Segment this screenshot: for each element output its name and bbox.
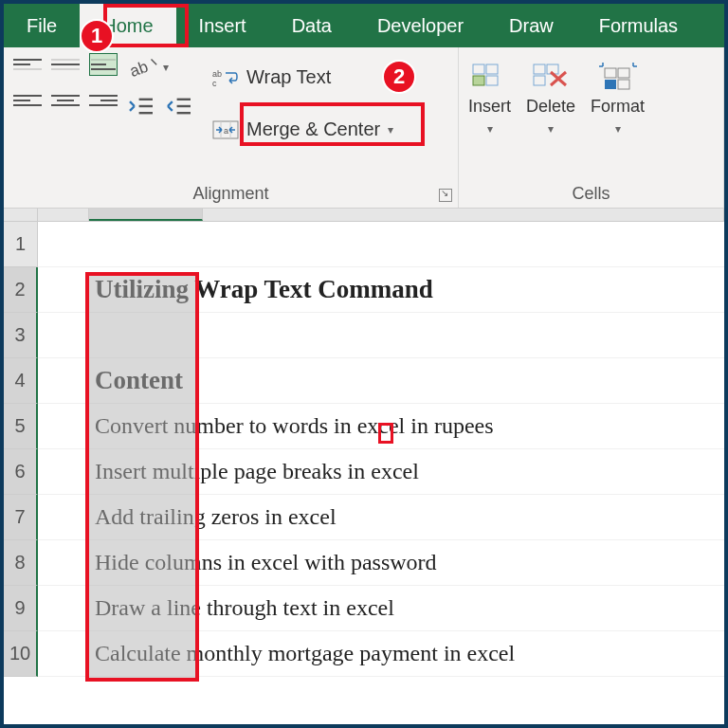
cell[interactable]: Draw a line through text in excel [38, 586, 724, 631]
sheet-row: 9Draw a line through text in excel [4, 586, 724, 631]
cell-text: Hide columns in excel with password [95, 550, 437, 575]
cell[interactable]: Calculate monthly mortgage payment in ex… [38, 631, 724, 677]
row-header[interactable]: 2 [4, 267, 38, 313]
merge-center-button[interactable]: a Merge & Center ▾ [203, 113, 403, 146]
chevron-down-icon: ▾ [548, 122, 554, 136]
svg-text:ab: ab [127, 58, 150, 81]
group-alignment: ab ▾ abc Wrap Text [4, 47, 459, 208]
row-header[interactable]: 9 [4, 586, 38, 631]
tab-file[interactable]: File [4, 4, 80, 47]
svg-rect-23 [618, 80, 629, 89]
format-cells-icon [597, 61, 639, 91]
wrap-text-button[interactable]: abc Wrap Text [203, 61, 403, 94]
tab-developer[interactable]: Developer [355, 4, 486, 47]
format-cells-button[interactable]: Format ▾ [591, 61, 645, 136]
tab-draw[interactable]: Draw [486, 4, 576, 47]
chevron-down-icon[interactable]: ▾ [163, 61, 169, 74]
col-header-rest[interactable] [203, 209, 724, 221]
decrease-indent-button[interactable] [127, 95, 155, 118]
align-middle-button[interactable] [51, 53, 80, 76]
sheet-row: 10Calculate monthly mortgage payment in … [4, 631, 724, 677]
sheet-row: 5Convert number to words in excel in rup… [4, 404, 724, 449]
align-left-button[interactable] [13, 89, 42, 112]
sheet-row: 7Add trailing zeros in excel [4, 495, 724, 540]
sheet-row: 2Utilizing Wrap Text Command [4, 267, 724, 313]
increase-indent-button[interactable] [165, 95, 193, 118]
chevron-down-icon[interactable]: ▾ [388, 123, 393, 136]
align-top-button[interactable] [13, 53, 42, 76]
column-headers [4, 209, 724, 222]
align-right-button[interactable] [89, 89, 118, 112]
sheet-row: 4Content [4, 358, 724, 404]
insert-cells-label: Insert [468, 97, 511, 117]
format-cells-label: Format [591, 97, 645, 117]
callout-badge-2: 2 [382, 60, 416, 94]
col-header-a[interactable] [38, 209, 89, 221]
align-center-button[interactable] [51, 89, 80, 112]
svg-rect-15 [473, 76, 484, 85]
chevron-down-icon: ▾ [487, 122, 493, 136]
tab-formulas[interactable]: Formulas [576, 4, 701, 47]
sheet-row: 6Insert multiple page breaks in excel [4, 449, 724, 495]
row-header[interactable]: 3 [4, 313, 38, 358]
cell-text: Draw a line through text in excel [95, 595, 394, 621]
cell[interactable]: Hide columns in excel with password [38, 540, 724, 586]
cell[interactable] [38, 222, 724, 267]
tab-insert[interactable]: Insert [176, 4, 269, 47]
cell-text: Utilizing Wrap Text Command [95, 275, 433, 304]
col-header-b[interactable] [89, 209, 203, 221]
select-all-corner[interactable] [4, 209, 38, 221]
row-header[interactable]: 8 [4, 540, 38, 586]
svg-rect-13 [473, 64, 484, 74]
svg-text:a: a [224, 126, 228, 136]
group-alignment-label: Alignment [13, 180, 448, 204]
row-header[interactable]: 1 [4, 222, 38, 267]
cell[interactable]: Utilizing Wrap Text Command [38, 267, 724, 313]
cell[interactable]: Content [38, 358, 724, 404]
svg-rect-19 [534, 76, 545, 85]
insert-cells-button[interactable]: Insert ▾ [468, 61, 511, 136]
wrap-text-icon: abc [212, 67, 239, 88]
sheet-row: 3 [4, 313, 724, 358]
cell-text: Convert number to words in excel in rupe… [95, 413, 494, 439]
svg-rect-16 [486, 76, 498, 85]
ribbon-body: ab ▾ abc Wrap Text [4, 47, 724, 209]
svg-rect-14 [486, 64, 498, 74]
svg-text:c: c [212, 79, 217, 88]
row-header[interactable]: 6 [4, 449, 38, 495]
svg-text:ab: ab [212, 69, 222, 79]
cell[interactable]: Insert multiple page breaks in excel [38, 449, 724, 495]
svg-rect-20 [605, 68, 616, 78]
sheet-row: 1 [4, 222, 724, 267]
group-cells-label: Cells [468, 180, 714, 204]
cell[interactable]: Add trailing zeros in excel [38, 495, 724, 540]
cell-text: Insert multiple page breaks in excel [95, 459, 419, 484]
alignment-dialog-launcher[interactable] [439, 189, 452, 202]
row-header[interactable]: 4 [4, 358, 38, 404]
row-header[interactable]: 5 [4, 404, 38, 449]
row-header[interactable]: 10 [4, 631, 38, 677]
cell-text: Calculate monthly mortgage payment in ex… [95, 641, 515, 666]
row-header[interactable]: 7 [4, 495, 38, 540]
orientation-button[interactable]: ab [127, 53, 159, 82]
wrap-text-label: Wrap Text [246, 66, 331, 88]
align-bottom-button[interactable] [89, 53, 118, 76]
cell[interactable] [38, 313, 724, 358]
insert-cells-icon [469, 61, 511, 91]
chevron-down-icon: ▾ [615, 122, 621, 136]
delete-cells-label: Delete [526, 97, 575, 117]
delete-cells-button[interactable]: Delete ▾ [526, 61, 575, 136]
cell[interactable]: Convert number to words in excel in rupe… [38, 404, 724, 449]
svg-rect-17 [534, 64, 545, 74]
sheet-row: 8Hide columns in excel with password [4, 540, 724, 586]
merge-center-label: Merge & Center [246, 118, 380, 140]
merge-center-icon: a [212, 119, 239, 140]
svg-rect-21 [618, 68, 629, 78]
callout-badge-1: 1 [80, 19, 114, 53]
delete-cells-icon [530, 61, 572, 91]
worksheet[interactable]: 12Utilizing Wrap Text Command34Content5C… [4, 209, 724, 724]
cell-text: Add trailing zeros in excel [95, 504, 337, 530]
cell-text: Content [95, 366, 183, 395]
group-cells: Insert ▾ Delete ▾ Format ▾ Cells [459, 47, 724, 208]
tab-data[interactable]: Data [269, 4, 355, 47]
